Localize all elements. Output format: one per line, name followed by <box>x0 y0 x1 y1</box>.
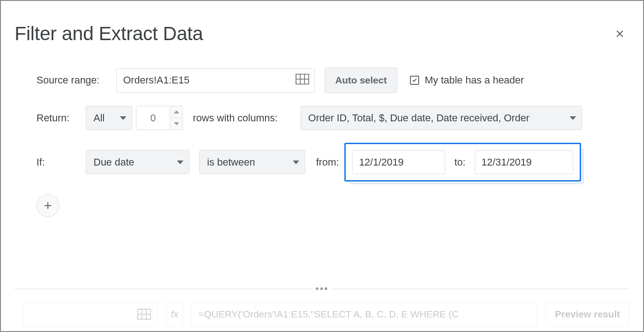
checkmark-icon <box>412 78 417 83</box>
target-range-box[interactable] <box>23 302 158 327</box>
divider-line <box>15 289 312 289</box>
header-checkbox[interactable] <box>410 76 419 85</box>
to-date-input[interactable] <box>475 150 573 174</box>
date-range-highlight: to: <box>344 143 581 182</box>
header-checkbox-label: My table has a header <box>425 74 524 86</box>
spinner-arrows <box>170 106 182 130</box>
condition-operator-value: is between <box>207 156 255 168</box>
filter-extract-dialog: Filter and Extract Data Source range: Au… <box>1 1 643 217</box>
return-mode-select[interactable]: All <box>86 106 132 130</box>
header-checkbox-wrapper: My table has a header <box>410 74 524 86</box>
spinner-down-button[interactable] <box>170 118 182 130</box>
divider-line <box>332 289 629 289</box>
auto-select-button[interactable]: Auto select <box>325 67 397 93</box>
caret-down-icon <box>177 161 183 164</box>
condition-column-select[interactable]: Due date <box>86 150 189 174</box>
fx-label: fx <box>166 302 183 327</box>
formula-preview[interactable]: =QUERY('Orders'!A1:E15,"SELECT A, B, C, … <box>192 302 537 327</box>
condition-column-value: Due date <box>93 156 134 168</box>
caret-down-icon <box>570 116 576 120</box>
return-row: Return: All rows with columns: Order ID,… <box>15 106 629 130</box>
to-label: to: <box>454 156 465 168</box>
source-range-row: Source range: Auto select My table has a… <box>15 67 629 93</box>
add-condition-row: + <box>15 194 629 217</box>
source-range-input[interactable] <box>116 68 315 93</box>
source-range-label: Source range: <box>36 74 116 86</box>
from-label: from: <box>316 156 339 168</box>
preview-result-button[interactable]: Preview result <box>545 302 629 327</box>
dialog-header: Filter and Extract Data <box>15 23 629 45</box>
source-range-input-wrapper <box>116 68 315 93</box>
condition-operator-select[interactable]: is between <box>199 150 305 174</box>
caret-down-icon <box>120 116 126 120</box>
columns-select-value: Order ID, Total, $, Due date, Date recei… <box>308 112 530 124</box>
close-icon <box>614 28 626 40</box>
columns-select[interactable]: Order ID, Total, $, Due date, Date recei… <box>301 106 582 130</box>
row-count-input[interactable] <box>136 106 170 130</box>
panel-divider: ••• <box>15 283 629 295</box>
if-label: If: <box>36 156 86 168</box>
caret-up-icon <box>174 110 179 114</box>
caret-down-icon <box>174 122 179 125</box>
row-count-spinner <box>136 106 183 130</box>
return-mode-value: All <box>93 112 104 124</box>
plus-icon: + <box>44 198 52 213</box>
condition-row: If: Due date is between from: to: <box>15 143 629 182</box>
grid-selector-icon[interactable] <box>296 74 309 87</box>
caret-down-icon <box>293 161 299 164</box>
return-label: Return: <box>36 112 86 124</box>
dialog-title: Filter and Extract Data <box>15 23 203 45</box>
add-condition-button[interactable]: + <box>36 194 59 217</box>
formula-bar: fx =QUERY('Orders'!A1:E15,"SELECT A, B, … <box>23 299 629 331</box>
from-date-input[interactable] <box>352 150 445 174</box>
collapse-handle[interactable]: ••• <box>312 283 331 295</box>
rows-with-columns-label: rows with columns: <box>193 112 278 124</box>
spinner-up-button[interactable] <box>170 106 182 118</box>
grid-icon <box>137 309 151 320</box>
close-button[interactable] <box>610 24 629 43</box>
